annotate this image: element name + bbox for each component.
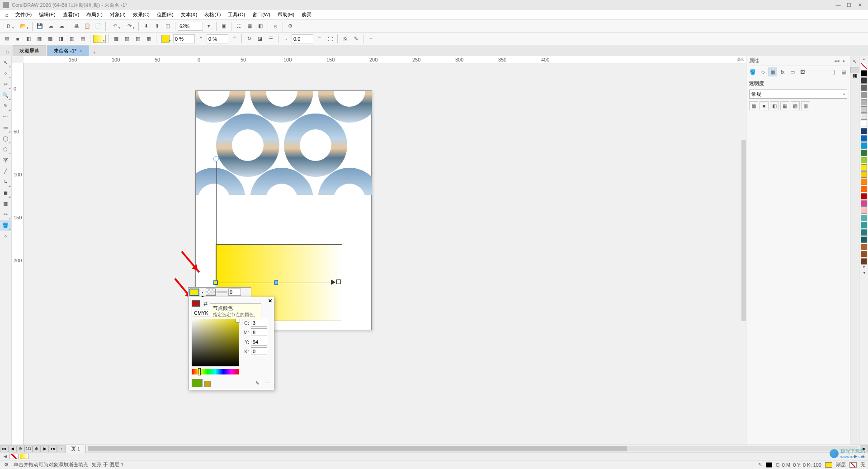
menu-edit[interactable]: 编辑(E) [35,10,59,19]
hscrollbar-thumb[interactable] [88,446,627,451]
prop-outline-icon[interactable]: ◇ [758,67,767,76]
polygon-tool-icon[interactable]: ⬠ [0,144,11,155]
c-input[interactable] [251,319,267,327]
palette-swatch[interactable] [861,121,867,127]
canvas-scrollbar-vertical[interactable] [741,140,746,321]
snap-icon[interactable]: ☷ [234,21,244,31]
tab-welcome[interactable]: 欢迎屏幕 [13,45,46,56]
trans-none-icon[interactable]: ▩ [749,101,758,110]
node-transparency-slider[interactable] [217,291,227,293]
shape-tool-icon[interactable]: ✧ [0,68,11,79]
node-color-swatch[interactable] [189,289,199,296]
page-first-icon[interactable]: ⏮ [0,445,8,452]
cloud-down-icon[interactable]: ☁ [57,21,66,31]
palette-swatch[interactable] [861,135,867,142]
menu-view[interactable]: 查看(V) [59,10,83,19]
no-fill-icon[interactable]: ⊠ [2,34,12,44]
artistic-media-icon[interactable]: 〰 [0,111,11,122]
status-outline-color-swatch[interactable] [766,462,772,468]
page-add-before-icon[interactable]: ⊕ [16,445,24,452]
transparency-type-1-icon[interactable]: ▩ [111,34,121,44]
palette-swatch[interactable] [861,222,867,228]
k-input[interactable] [251,347,267,355]
options-gear-icon[interactable]: ⚙ [285,21,295,31]
menu-text[interactable]: 文本(X) [177,10,201,19]
palette-swatch[interactable] [861,215,867,221]
launch-icon[interactable]: ⎋ [270,21,280,31]
node-transparency-swatch[interactable] [206,289,216,296]
palette-swatch[interactable] [861,70,867,76]
reverse-fill-icon[interactable]: ↻ [244,34,254,44]
prop-paragraph-icon[interactable]: ▭ [788,67,797,76]
color-eyedropper-icon[interactable]: ✏ [0,209,11,220]
interactive-fill-tool-icon[interactable]: 🪣 [0,220,11,231]
palette-up-icon[interactable]: ▴ [860,57,868,62]
y-input[interactable] [251,338,267,346]
minimize-button[interactable]: — [833,1,844,9]
palette-swatch[interactable] [861,200,867,207]
zoom-tool-icon[interactable]: 🔍 [0,90,11,100]
merge-mode-select[interactable]: 常规 ▾ [749,90,847,99]
prop-bitmap-icon[interactable]: 🖼 [798,67,807,76]
palette-swatch[interactable] [861,251,867,257]
trans-bitmap-icon[interactable]: ▥ [801,101,810,110]
docker-properties-tab[interactable]: 属性 [850,67,859,73]
export-button[interactable]: ⬆ [152,21,162,31]
tab-close-icon[interactable]: × [79,48,82,53]
palette-swatch[interactable] [861,85,867,91]
guidelines-icon[interactable]: ◧ [255,21,265,31]
palette-swatch[interactable] [861,77,867,84]
prop-summary-icon[interactable]: ▯ [829,67,838,76]
ruler-horizontal[interactable]: 毫米 150 100 50 0 50 100 150 200 250 300 3… [24,56,746,63]
doc-palette-left-icon[interactable]: ◀ [2,454,8,459]
gradient-rotation-handle[interactable] [213,156,219,161]
menu-help[interactable]: 帮助(H) [274,10,298,19]
connector-tool-icon[interactable]: ↳ [0,176,11,187]
palette-swatch[interactable] [861,237,867,243]
status-fill-swatch[interactable] [825,462,832,468]
palette-swatch[interactable] [861,179,867,185]
transparency-tool-icon[interactable]: ▩ [0,198,11,209]
panel-menu-icon[interactable]: ▸ [841,58,847,64]
menu-window[interactable]: 窗口(W) [249,10,274,19]
palette-swatch[interactable] [861,229,867,236]
prop-fill-icon[interactable]: 🪣 [748,67,757,76]
open-button[interactable]: 📂 [16,21,30,31]
fill-picker[interactable] [93,34,106,44]
texture-fill-icon[interactable]: ▩ [45,34,55,44]
prop-transparency-icon[interactable]: ▩ [768,67,777,76]
popup-current-color-swatch[interactable] [192,300,200,307]
trans-uniform-icon[interactable]: ■ [760,101,769,110]
menu-file[interactable]: 文件(F) [12,10,35,19]
copy-fill-icon[interactable]: ⎘ [340,34,350,44]
ellipse-tool-icon[interactable]: ◯ [0,133,11,144]
palette-expand-icon[interactable]: ◂ [860,270,868,276]
palette-swatch[interactable] [861,142,867,149]
fountain-fill-icon[interactable]: ◧ [24,34,33,44]
text-tool-icon[interactable]: 字 [0,155,11,166]
freehand-tool-icon[interactable]: ✎ [0,100,11,111]
save-button[interactable]: 💾 [35,21,45,31]
docker-pick-icon[interactable]: ↖ [851,58,859,65]
midpoint-input[interactable] [207,34,228,43]
palette-swatch[interactable] [861,106,867,113]
zoom-dropdown-icon[interactable]: ▾ [204,21,214,31]
new-doc-button[interactable]: 🗋 [2,21,15,31]
postscript-fill-icon[interactable]: ▤ [78,34,88,44]
palette-swatch[interactable] [861,164,867,171]
color-field[interactable] [192,319,239,366]
hue-slider-thumb[interactable] [198,368,201,375]
node-color-dropdown-icon[interactable]: ▾ [200,290,205,294]
palette-swatch[interactable] [861,186,867,192]
prop-fx-icon[interactable]: fx [778,67,787,76]
panel-collapse-icon[interactable]: ◂◂ [834,58,840,64]
tab-add-button[interactable]: ＋ [90,49,99,56]
page-add-icon[interactable]: ＋ [57,445,65,452]
m-input[interactable] [251,328,267,336]
import-button[interactable]: ⬇ [141,21,151,31]
menu-bitmap[interactable]: 位图(B) [153,10,177,19]
status-gear-icon[interactable]: ⚙ [3,461,10,469]
prop-detail-icon[interactable]: ▤ [839,67,848,76]
parallel-dim-icon[interactable]: ╱ [0,166,11,176]
page-add-after-icon[interactable]: ⊕ [33,445,41,452]
